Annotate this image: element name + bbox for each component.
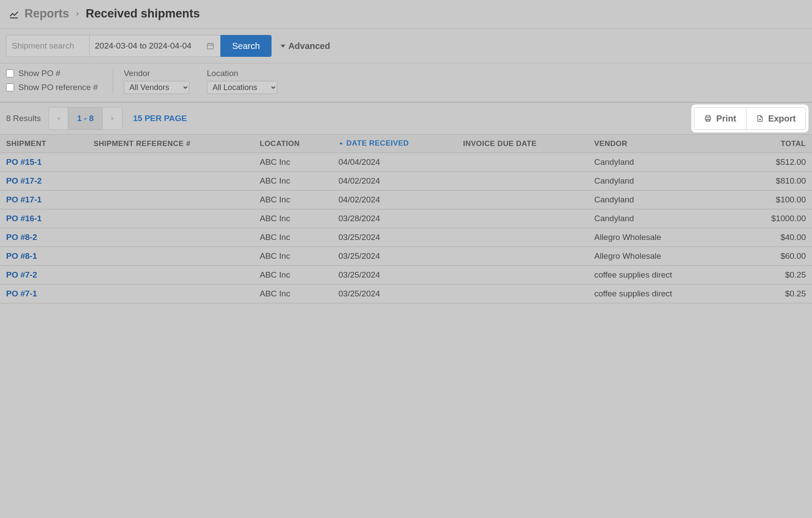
cell-invoice-due: [457, 285, 588, 303]
cell-location: ABC Inc: [254, 285, 332, 303]
show-po-label: Show PO #: [18, 69, 60, 78]
chart-line-icon: [9, 9, 19, 19]
col-header-location[interactable]: LOCATION: [254, 135, 332, 153]
shipment-link[interactable]: PO #17-2: [6, 176, 42, 185]
cell-date-received: 03/28/2024: [332, 209, 457, 228]
cell-location: ABC Inc: [254, 266, 332, 285]
show-po-ref-checkbox-row[interactable]: Show PO reference #: [6, 83, 100, 92]
shipment-search-input[interactable]: [6, 35, 89, 57]
svg-marker-6: [57, 117, 59, 120]
pager-next-button[interactable]: [103, 108, 122, 129]
cell-total: $1000.00: [732, 209, 812, 228]
export-label: Export: [768, 114, 796, 124]
shipment-link[interactable]: PO #8-1: [6, 251, 37, 261]
cell-shipment: PO #15-1: [0, 153, 87, 172]
cell-invoice-due: [457, 228, 588, 247]
cell-date-received: 03/25/2024: [332, 285, 457, 303]
export-actions: Print Export: [694, 107, 806, 130]
shipment-link[interactable]: PO #17-1: [6, 195, 42, 204]
cell-vendor: Allegro Wholesale: [588, 247, 732, 266]
vendor-filter-label: Vendor: [124, 69, 189, 78]
date-range-wrapper: [89, 35, 220, 57]
cell-shipment-ref: [87, 247, 254, 266]
cell-shipment: PO #7-2: [0, 266, 87, 285]
advanced-toggle[interactable]: Advanced: [279, 41, 330, 51]
cell-vendor: coffee supplies direct: [588, 285, 732, 303]
print-button[interactable]: Print: [694, 108, 746, 129]
per-page-select[interactable]: 15 PER PAGE: [133, 114, 187, 123]
cell-invoice-due: [457, 209, 588, 228]
location-filter: Location All Locations: [207, 69, 277, 94]
column-toggles: Show PO # Show PO reference #: [6, 69, 113, 94]
cell-location: ABC Inc: [254, 153, 332, 172]
cell-shipment: PO #8-2: [0, 228, 87, 247]
svg-marker-7: [112, 117, 114, 120]
cell-shipment: PO #16-1: [0, 209, 87, 228]
cell-date-received: 03/25/2024: [332, 247, 457, 266]
page-title: Received shipments: [86, 7, 200, 21]
col-header-invoice-due[interactable]: INVOICE DUE DATE: [457, 135, 588, 153]
date-range-input[interactable]: [89, 35, 220, 57]
svg-marker-13: [339, 142, 343, 144]
search-bar: Search Advanced: [0, 29, 812, 63]
pager-prev-button[interactable]: [49, 108, 68, 129]
table-row: PO #8-2ABC Inc03/25/2024Allegro Wholesal…: [0, 228, 812, 247]
table-row: PO #7-1ABC Inc03/25/2024coffee supplies …: [0, 285, 812, 303]
search-button[interactable]: Search: [220, 35, 272, 57]
location-select[interactable]: All Locations: [207, 81, 277, 94]
cell-shipment-ref: [87, 172, 254, 191]
table-row: PO #16-1ABC Inc03/28/2024Candyland$1000.…: [0, 209, 812, 228]
shipment-link[interactable]: PO #16-1: [6, 214, 42, 223]
cell-shipment-ref: [87, 209, 254, 228]
cell-vendor: Candyland: [588, 153, 732, 172]
col-header-total[interactable]: TOTAL: [732, 135, 812, 153]
export-button[interactable]: Export: [746, 108, 805, 129]
col-header-date-received[interactable]: DATE RECEIVED: [332, 135, 457, 153]
shipment-link[interactable]: PO #7-2: [6, 270, 37, 279]
cell-shipment: PO #7-1: [0, 285, 87, 303]
cell-date-received: 03/25/2024: [332, 228, 457, 247]
cell-date-received: 04/04/2024: [332, 153, 457, 172]
cell-vendor: coffee supplies direct: [588, 266, 732, 285]
breadcrumb-root[interactable]: Reports: [24, 7, 69, 21]
cell-location: ABC Inc: [254, 247, 332, 266]
cell-location: ABC Inc: [254, 172, 332, 191]
shipments-table: SHIPMENT SHIPMENT REFERENCE # LOCATION D…: [0, 135, 812, 303]
cell-total: $0.25: [732, 266, 812, 285]
table-header-row: SHIPMENT SHIPMENT REFERENCE # LOCATION D…: [0, 135, 812, 153]
cell-shipment-ref: [87, 266, 254, 285]
table-row: PO #17-1ABC Inc04/02/2024Candyland$100.0…: [0, 191, 812, 209]
col-header-shipment[interactable]: SHIPMENT: [0, 135, 87, 153]
shipment-link[interactable]: PO #8-2: [6, 233, 37, 242]
vendor-filter: Vendor All Vendors: [124, 69, 189, 94]
results-bar: 8 Results 1 - 8 15 PER PAGE Print Export: [0, 103, 812, 135]
results-left: 8 Results 1 - 8 15 PER PAGE: [6, 107, 187, 130]
show-po-checkbox[interactable]: [6, 70, 14, 77]
chevron-right-icon: [74, 11, 80, 17]
cell-total: $0.25: [732, 285, 812, 303]
shipment-link[interactable]: PO #15-1: [6, 157, 42, 167]
cell-shipment: PO #17-2: [0, 172, 87, 191]
results-count: 8 Results: [6, 114, 41, 123]
shipment-link[interactable]: PO #7-1: [6, 289, 37, 298]
cell-total: $60.00: [732, 247, 812, 266]
cell-vendor: Candyland: [588, 172, 732, 191]
table-row: PO #8-1ABC Inc03/25/2024Allegro Wholesal…: [0, 247, 812, 266]
cell-shipment-ref: [87, 228, 254, 247]
svg-marker-5: [281, 45, 286, 48]
col-header-vendor[interactable]: VENDOR: [588, 135, 732, 153]
cell-invoice-due: [457, 172, 588, 191]
pager: 1 - 8: [49, 107, 122, 130]
show-po-ref-checkbox[interactable]: [6, 83, 14, 91]
cell-shipment: PO #17-1: [0, 191, 87, 209]
filter-panel: Show PO # Show PO reference # Vendor All…: [0, 63, 812, 103]
show-po-checkbox-row[interactable]: Show PO #: [6, 69, 100, 78]
cell-invoice-due: [457, 247, 588, 266]
location-filter-label: Location: [207, 69, 277, 78]
table-row: PO #15-1ABC Inc04/04/2024Candyland$512.0…: [0, 153, 812, 172]
cell-date-received: 04/02/2024: [332, 191, 457, 209]
vendor-select[interactable]: All Vendors: [124, 81, 189, 94]
cell-shipment: PO #8-1: [0, 247, 87, 266]
pager-range[interactable]: 1 - 8: [68, 108, 103, 129]
col-header-shipment-ref[interactable]: SHIPMENT REFERENCE #: [87, 135, 254, 153]
